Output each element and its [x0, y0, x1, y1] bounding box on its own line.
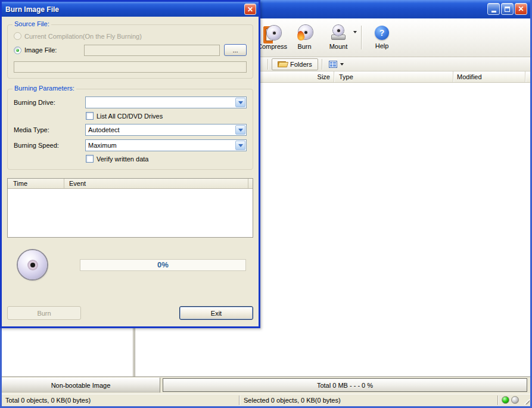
- log-column-event[interactable]: Event: [64, 179, 248, 188]
- maximize-button[interactable]: [501, 3, 514, 15]
- disc-icon: [298, 25, 313, 39]
- exit-button[interactable]: Exit: [179, 306, 253, 320]
- chevron-down-icon[interactable]: [353, 31, 357, 35]
- toolbar-separator: [322, 59, 322, 70]
- progress-row: 0%: [7, 250, 253, 279]
- column-header-tail: [525, 71, 530, 82]
- verify-data-checkbox[interactable]: [86, 155, 94, 163]
- current-compilation-label: Current Compilation(On the Fly Burning): [24, 33, 142, 40]
- dialog-buttons: Burn Exit: [7, 306, 253, 320]
- burning-speed-value: Maximum: [88, 142, 117, 149]
- mount-label: Mount: [329, 43, 348, 50]
- cd-disc-icon: [18, 250, 47, 279]
- burning-speed-row: Burning Speed: Maximum: [14, 139, 247, 151]
- compress-label: Compress: [257, 43, 287, 50]
- burning-parameters-group: Burning Parameters: Burning Drive: List …: [7, 89, 253, 170]
- source-file-group: Source File: Current Compilation(On the …: [7, 24, 253, 79]
- list-all-drives-checkbox[interactable]: [86, 112, 94, 120]
- source-file-group-label: Source File:: [13, 20, 51, 27]
- burning-speed-label: Burning Speed:: [14, 142, 85, 149]
- led-green-icon: [502, 396, 509, 404]
- status-total-objects: Total 0 objects, 0 KB(0 bytes): [2, 397, 239, 404]
- close-icon: ✕: [518, 5, 524, 13]
- led-gray-icon: [511, 396, 519, 404]
- current-compilation-row: Current Compilation(On the Fly Burning): [14, 32, 247, 40]
- image-info-field: [14, 61, 247, 73]
- mount-icon: [331, 25, 346, 41]
- burning-drive-row: Burning Drive:: [14, 96, 247, 108]
- disc-icon: [267, 26, 281, 40]
- media-type-row: Media Type: Autodetect: [14, 124, 247, 136]
- burning-speed-select[interactable]: Maximum: [85, 139, 247, 151]
- image-file-row: Image File: ...: [14, 44, 247, 56]
- burn-toolbar-button[interactable]: Burn: [290, 20, 319, 55]
- status-selected-objects: Selected 0 objects, 0 KB(0 bytes): [241, 397, 497, 404]
- media-type-value: Autodetect: [88, 126, 120, 133]
- combo-dropdown-button[interactable]: [235, 125, 245, 135]
- status-divider: [497, 395, 498, 405]
- log-header: Time Event: [8, 179, 253, 189]
- dialog-title: Burn Image File: [5, 5, 59, 14]
- burning-drive-label: Burning Drive:: [14, 99, 85, 106]
- burn-image-dialog: Burn Image File ✕ Source File: Current C…: [0, 0, 260, 328]
- views-grid-icon: [329, 61, 337, 68]
- close-window-button[interactable]: ✕: [515, 3, 527, 15]
- maximize-icon: [505, 7, 510, 12]
- dialog-close-button[interactable]: ✕: [244, 4, 256, 15]
- column-header-type[interactable]: Type: [334, 71, 453, 82]
- help-button[interactable]: ? Help: [373, 20, 391, 55]
- chevron-down-icon: [340, 63, 344, 67]
- burning-drive-select[interactable]: [85, 96, 247, 108]
- dialog-titlebar[interactable]: Burn Image File ✕: [2, 2, 259, 17]
- folders-label: Folders: [290, 61, 312, 68]
- verify-data-row: Verify written data: [14, 155, 247, 163]
- log-column-tail: [248, 179, 253, 188]
- radio-current-compilation: [14, 32, 21, 40]
- event-log-table: Time Event: [7, 178, 253, 238]
- minimize-button[interactable]: [487, 3, 500, 15]
- radio-image-file[interactable]: [14, 46, 21, 54]
- chevron-down-icon: [238, 144, 243, 150]
- dialog-body: Source File: Current Compilation(On the …: [2, 17, 259, 326]
- minimize-icon: [491, 11, 496, 13]
- boot-status-label: Non-bootable Image: [51, 382, 111, 389]
- disc-icon: [333, 25, 344, 36]
- progress-percent: 0%: [157, 260, 169, 269]
- capacity-bar: Total 0 MB - - - 0 %: [163, 378, 527, 392]
- question-glyph: ?: [379, 28, 385, 38]
- image-file-input[interactable]: [84, 45, 220, 56]
- toolbar-separator: [361, 26, 362, 49]
- list-all-drives-label: List All CD/DVD Drives: [97, 113, 163, 120]
- burn-label: Burn: [297, 43, 311, 50]
- chevron-down-icon: [238, 101, 243, 107]
- boot-status-bar: Non-bootable Image: [2, 378, 160, 393]
- toolbar-separator: [267, 59, 268, 70]
- burn-progress-bar: 0%: [80, 259, 246, 271]
- views-button[interactable]: [326, 58, 347, 70]
- browse-button[interactable]: ...: [224, 44, 247, 56]
- chevron-down-icon: [238, 129, 243, 134]
- combo-dropdown-button[interactable]: [235, 141, 245, 150]
- media-type-select[interactable]: Autodetect: [85, 124, 247, 136]
- status-divider: [239, 395, 239, 405]
- status-bar: Total 0 objects, 0 KB(0 bytes) Selected …: [2, 394, 530, 406]
- status-leds: [499, 396, 521, 404]
- column-header-size[interactable]: Size: [282, 71, 334, 82]
- burn-icon: [296, 25, 313, 41]
- log-body: [8, 189, 253, 237]
- burn-button[interactable]: Burn: [7, 306, 81, 320]
- window-controls: ✕: [487, 3, 527, 15]
- column-header-modified[interactable]: Modified: [453, 71, 525, 82]
- folder-icon: [278, 61, 287, 68]
- capacity-row: Non-bootable Image Total 0 MB - - - 0 %: [2, 376, 530, 394]
- help-icon: ?: [375, 26, 389, 40]
- list-all-drives-row: List All CD/DVD Drives: [14, 112, 247, 120]
- folders-button[interactable]: Folders: [272, 58, 318, 70]
- help-label: Help: [375, 42, 389, 49]
- combo-dropdown-button[interactable]: [235, 98, 245, 107]
- media-type-label: Media Type:: [14, 126, 85, 133]
- log-column-time[interactable]: Time: [8, 179, 64, 188]
- close-icon: ✕: [247, 6, 253, 13]
- mount-button[interactable]: Mount: [319, 20, 357, 55]
- resize-grip[interactable]: [521, 396, 530, 404]
